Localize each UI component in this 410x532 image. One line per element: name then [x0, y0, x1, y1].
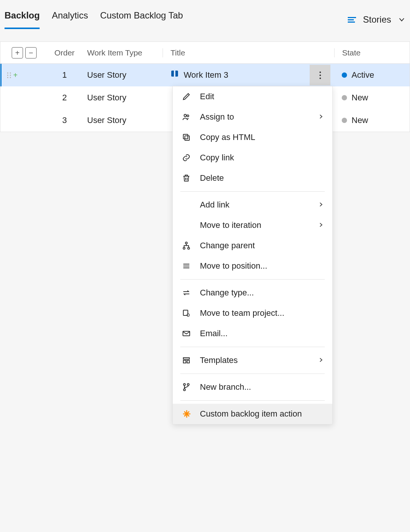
svg-rect-15	[187, 360, 189, 363]
state-label: New	[352, 93, 368, 103]
svg-point-18	[184, 389, 186, 391]
state-label: New	[352, 115, 368, 125]
work-item-context-menu: Edit Assign to Copy as HTML Copy link De…	[172, 86, 333, 424]
menu-separator	[180, 347, 325, 347]
expand-all-button[interactable]: +	[12, 47, 23, 58]
state-label: Active	[352, 70, 374, 80]
more-vertical-icon	[319, 71, 321, 79]
svg-point-17	[187, 384, 189, 386]
tabs-bar: Backlog Analytics Custom Backlog Tab Sto…	[0, 0, 410, 30]
link-icon	[182, 153, 200, 162]
copy-icon	[182, 133, 200, 142]
row-type: User Story	[87, 70, 163, 80]
grid-row[interactable]: + 1 User Story Work Item 3 Active	[0, 64, 410, 86]
chevron-right-icon	[318, 220, 324, 230]
menu-delete[interactable]: Delete	[173, 168, 332, 188]
column-order[interactable]: Order	[42, 48, 87, 57]
hierarchy-icon	[182, 241, 200, 250]
row-state: New	[334, 115, 410, 125]
row-title-cell: Work Item 3	[163, 69, 334, 81]
row-state: Active	[334, 70, 410, 80]
row-type: User Story	[87, 93, 163, 103]
menu-copy-as-html[interactable]: Copy as HTML	[173, 127, 332, 148]
backlog-level-icon	[348, 17, 356, 23]
chevron-right-icon	[318, 200, 324, 210]
templates-icon	[182, 356, 200, 365]
row-title[interactable]: Work Item 3	[184, 70, 228, 80]
column-state[interactable]: State	[334, 48, 410, 57]
menu-move-to-team-project[interactable]: Move to team project...	[173, 303, 332, 323]
menu-separator	[180, 191, 325, 192]
row-order: 2	[42, 93, 87, 103]
svg-point-5	[183, 248, 185, 249]
menu-copy-link[interactable]: Copy link	[173, 148, 332, 168]
user-story-icon	[170, 69, 179, 81]
add-child-icon[interactable]: +	[13, 71, 18, 80]
menu-separator	[180, 374, 325, 374]
row-order: 3	[42, 115, 87, 125]
svg-point-1	[187, 115, 189, 117]
grid-header: + − Order Work Item Type Title State	[0, 42, 410, 64]
state-dot-icon	[342, 95, 347, 100]
backlog-level-label: Stories	[363, 14, 391, 25]
menu-separator	[180, 400, 325, 401]
svg-point-6	[188, 248, 190, 249]
menu-change-parent[interactable]: Change parent	[173, 235, 332, 256]
collapse-all-button[interactable]: −	[25, 47, 37, 58]
menu-separator	[180, 279, 325, 280]
menu-edit[interactable]: Edit	[173, 86, 332, 107]
svg-point-4	[186, 242, 187, 244]
chevron-down-icon	[398, 16, 405, 23]
state-dot-icon	[342, 72, 347, 78]
column-work-item-type[interactable]: Work Item Type	[87, 48, 163, 57]
chevron-right-icon	[318, 355, 324, 365]
menu-move-to-iteration[interactable]: Move to iteration	[173, 215, 332, 235]
drag-handle-icon	[7, 72, 10, 78]
chevron-right-icon	[318, 112, 324, 122]
row-actions-button[interactable]	[310, 65, 330, 86]
trash-icon	[182, 174, 200, 183]
pencil-icon	[182, 92, 200, 101]
svg-rect-3	[183, 134, 188, 139]
svg-point-0	[184, 114, 186, 117]
sparkle-icon	[182, 409, 200, 419]
tab-analytics[interactable]: Analytics	[52, 10, 88, 29]
menu-new-branch[interactable]: New branch...	[173, 377, 332, 397]
column-title[interactable]: Title	[163, 48, 334, 57]
header-tools: + −	[0, 47, 42, 58]
tab-backlog[interactable]: Backlog	[5, 10, 40, 29]
menu-assign-to[interactable]: Assign to	[173, 107, 332, 127]
list-icon	[182, 261, 200, 271]
menu-custom-backlog-item-action[interactable]: Custom backlog item action	[173, 404, 332, 424]
backlog-level-picker[interactable]: Stories	[348, 14, 405, 25]
mail-icon	[182, 329, 200, 338]
menu-move-to-position[interactable]: Move to position...	[173, 256, 332, 276]
row-type: User Story	[87, 115, 163, 125]
svg-point-16	[184, 384, 186, 386]
svg-rect-13	[183, 358, 189, 359]
menu-email[interactable]: Email...	[173, 323, 332, 344]
svg-rect-14	[183, 360, 186, 363]
menu-templates[interactable]: Templates	[173, 350, 332, 371]
row-handle[interactable]: +	[0, 71, 42, 80]
state-dot-icon	[342, 118, 347, 123]
swap-icon	[182, 288, 200, 297]
move-project-icon	[182, 309, 200, 318]
tabs: Backlog Analytics Custom Backlog Tab	[5, 10, 183, 29]
people-icon	[182, 112, 200, 121]
row-state: New	[334, 93, 410, 103]
menu-add-link[interactable]: Add link	[173, 195, 332, 215]
branch-icon	[182, 383, 200, 392]
svg-rect-2	[185, 136, 189, 140]
row-order: 1	[42, 70, 87, 80]
tab-custom-backlog[interactable]: Custom Backlog Tab	[100, 10, 183, 29]
menu-change-type[interactable]: Change type...	[173, 283, 332, 303]
